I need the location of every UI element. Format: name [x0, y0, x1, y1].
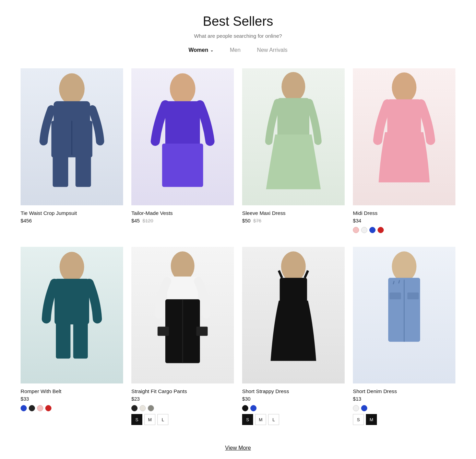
product-price: $50$76 — [242, 218, 345, 223]
product-image[interactable] — [242, 68, 345, 205]
product-image[interactable] — [131, 247, 234, 384]
chevron-down-icon: ⌄ — [210, 48, 213, 53]
color-swatch[interactable] — [353, 405, 359, 411]
size-swatches: SML — [131, 414, 234, 425]
svg-rect-10 — [277, 98, 309, 139]
product-name: Short Strappy Dress — [242, 388, 345, 394]
price-current: $13 — [353, 396, 361, 402]
color-swatch[interactable] — [242, 405, 248, 411]
svg-rect-14 — [55, 279, 89, 324]
color-swatch[interactable] — [361, 227, 367, 233]
product-image[interactable] — [242, 247, 345, 384]
product-name: Short Denim Dress — [353, 388, 455, 394]
price-current: $50 — [242, 218, 251, 223]
svg-rect-8 — [162, 144, 203, 187]
size-swatch[interactable]: S — [353, 414, 364, 425]
color-swatch[interactable] — [37, 405, 43, 411]
color-swatch[interactable] — [29, 405, 35, 411]
svg-point-9 — [282, 72, 305, 101]
view-more-button[interactable]: View More — [218, 441, 258, 455]
product-card: Romper With Belt$33 — [21, 247, 123, 425]
product-name: Tailor-Made Vests — [131, 210, 234, 216]
product-name: Tie Waist Crop Jumpsuit — [21, 210, 123, 216]
product-price: $30 — [242, 396, 345, 402]
products-grid: Tie Waist Crop Jumpsuit$456 Tailor-Made … — [21, 68, 455, 425]
color-swatch[interactable] — [140, 405, 146, 411]
size-swatch[interactable]: S — [131, 414, 142, 425]
svg-rect-21 — [157, 326, 169, 336]
tab-new-arrivals[interactable]: New Arrivals — [257, 47, 287, 55]
svg-point-11 — [392, 72, 417, 103]
svg-line-26 — [305, 271, 308, 278]
svg-rect-24 — [280, 278, 307, 303]
color-swatch[interactable] — [369, 227, 376, 233]
svg-rect-7 — [165, 101, 200, 147]
product-name: Romper With Belt — [21, 388, 123, 394]
color-swatch[interactable] — [45, 405, 51, 411]
svg-rect-12 — [387, 99, 421, 136]
size-swatch[interactable]: L — [268, 414, 279, 425]
color-swatch[interactable] — [378, 227, 384, 233]
view-more-section: View More — [21, 441, 455, 455]
product-price: $33 — [21, 396, 123, 402]
size-swatch[interactable]: M — [255, 414, 266, 425]
price-current: $33 — [21, 396, 29, 402]
svg-point-0 — [59, 73, 84, 104]
size-swatches: SML — [242, 414, 345, 425]
product-price: $13 — [353, 396, 455, 402]
color-swatch[interactable] — [131, 405, 138, 411]
page-subtitle: What are people searching for online? — [21, 33, 455, 39]
size-swatch[interactable]: S — [242, 414, 253, 425]
product-card: Straight Fit Cargo Pants$23SML — [131, 247, 234, 425]
color-swatch[interactable] — [353, 227, 359, 233]
svg-rect-4 — [75, 155, 91, 187]
svg-rect-15 — [56, 322, 71, 358]
page-header: Best Sellers What are people searching f… — [21, 14, 455, 55]
size-swatches: SM — [353, 414, 455, 425]
price-current: $456 — [21, 218, 32, 223]
product-price: $34 — [353, 218, 455, 223]
product-image[interactable] — [353, 247, 455, 384]
size-swatch[interactable]: M — [144, 414, 155, 425]
svg-rect-33 — [407, 292, 419, 299]
price-current: $30 — [242, 396, 251, 402]
product-card: Midi Dress$34 — [353, 68, 455, 236]
svg-rect-3 — [53, 155, 68, 187]
product-image[interactable] — [353, 68, 455, 205]
price-current: $45 — [131, 218, 140, 223]
svg-rect-22 — [196, 326, 207, 336]
product-price: $23 — [131, 396, 234, 402]
color-swatch[interactable] — [250, 405, 257, 411]
product-image[interactable] — [21, 68, 123, 205]
svg-line-25 — [279, 271, 282, 278]
color-swatches — [353, 227, 455, 233]
svg-point-17 — [171, 251, 194, 280]
product-image[interactable] — [131, 68, 234, 205]
color-swatches — [131, 405, 234, 411]
svg-point-27 — [392, 251, 417, 282]
product-name: Sleeve Maxi Dress — [242, 210, 345, 216]
color-swatches — [353, 405, 455, 411]
price-original: $76 — [253, 218, 262, 223]
product-image[interactable] — [21, 247, 123, 384]
svg-point-13 — [60, 252, 84, 282]
page-title: Best Sellers — [21, 14, 455, 29]
color-swatch[interactable] — [21, 405, 27, 411]
product-card: Tie Waist Crop Jumpsuit$456 — [21, 68, 123, 236]
svg-point-23 — [281, 251, 306, 282]
product-card: Short Denim Dress$13SM — [353, 247, 455, 425]
svg-rect-1 — [53, 101, 90, 124]
color-swatches — [242, 405, 345, 411]
color-swatch[interactable] — [148, 405, 154, 411]
svg-point-6 — [170, 73, 195, 104]
tab-women[interactable]: Women ⌄ — [189, 47, 213, 55]
tab-men[interactable]: Men — [230, 47, 240, 55]
product-price: $456 — [21, 218, 123, 223]
size-swatch[interactable]: L — [157, 414, 168, 425]
size-swatch[interactable]: M — [366, 414, 377, 425]
color-swatch[interactable] — [361, 405, 367, 411]
product-card: Tailor-Made Vests$45$120 — [131, 68, 234, 236]
price-current: $23 — [131, 396, 140, 402]
svg-rect-32 — [390, 292, 401, 299]
svg-rect-18 — [167, 276, 198, 301]
